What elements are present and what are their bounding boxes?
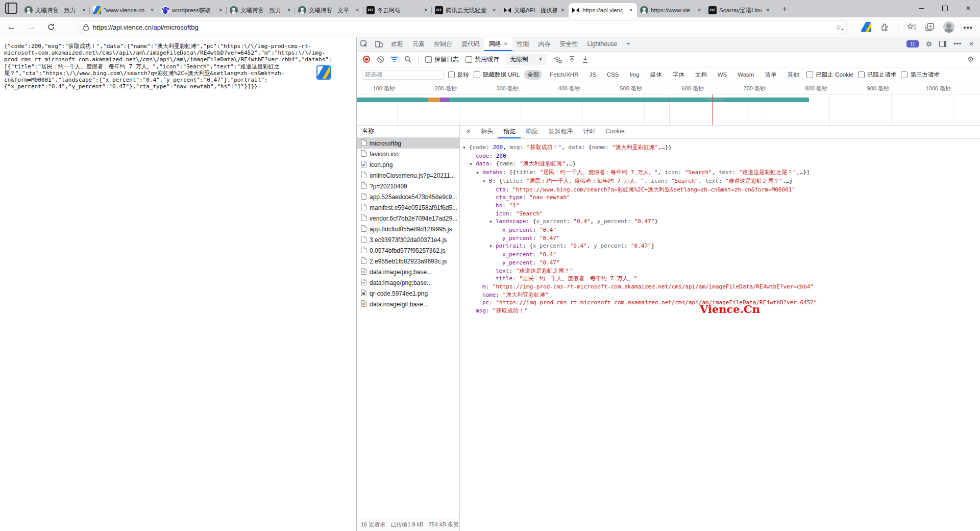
request-row[interactable]: data:image/png;base... — [357, 267, 459, 277]
tab-close-icon[interactable]: ✕ — [559, 7, 566, 14]
filter-chip[interactable]: 清单 — [762, 70, 779, 80]
network-filter-input[interactable] — [362, 70, 444, 80]
request-row[interactable]: data:image/gif;base... — [357, 299, 459, 309]
expand-arrow-icon[interactable]: ▼ — [483, 178, 489, 186]
tree-row[interactable]: x_percent: "0.4" — [460, 226, 980, 234]
browser-tab[interactable]: Soarray宝塔Linu✕ — [705, 3, 774, 17]
issues-count-badge[interactable]: 11 — [906, 40, 919, 47]
request-row[interactable]: manifest.e594e05158af91f6d5... — [357, 202, 459, 213]
detail-tab-计时[interactable]: 计时 — [578, 124, 600, 138]
detail-tab-预览[interactable]: 预览 — [498, 124, 521, 138]
filter-funnel-icon[interactable] — [391, 57, 398, 62]
extensions-puzzle-icon[interactable] — [880, 22, 889, 32]
browser-tab[interactable]: 文曦博客 - 文章✕ — [295, 3, 363, 17]
devtools-tab-元素[interactable]: 元素 — [408, 37, 429, 51]
devtools-tab-欢迎[interactable]: 欢迎 — [386, 37, 408, 51]
expand-arrow-icon[interactable]: ▼ — [489, 243, 496, 251]
tree-row[interactable]: icon: "Search" — [460, 210, 980, 218]
browser-tab[interactable]: "www.vience.cn✕ — [90, 3, 158, 17]
blocked-cookies-checkbox[interactable]: 已阻止 Cookie — [806, 71, 853, 79]
hide-data-url-checkbox[interactable]: 隐藏数据 URL — [474, 71, 520, 79]
tree-row[interactable]: ▼data: {name: "澳大利亚彩虹滩",…} — [460, 160, 980, 168]
browser-menu-icon[interactable]: ••• — [963, 23, 973, 32]
filter-chip[interactable]: CSS — [604, 70, 622, 79]
filter-chip[interactable]: WS — [715, 70, 730, 79]
tree-row[interactable]: ▼{code: 200, msg: "获取成功！", data: {name: … — [460, 143, 980, 152]
request-row[interactable]: data:image/png;base... — [357, 277, 459, 288]
detail-tab-Cookie[interactable]: Cookie — [600, 124, 629, 138]
throttling-select[interactable]: 无限制▼ — [506, 54, 547, 65]
request-row[interactable]: icon.png — [357, 159, 459, 170]
browser-tab[interactable]: 腾讯云无忧轻量✕ — [432, 3, 500, 17]
device-toolbar-icon[interactable] — [372, 40, 386, 47]
browser-tab[interactable]: 文曦博客 - 致力✕ — [227, 3, 295, 17]
maximize-button[interactable] — [933, 0, 957, 16]
tree-row[interactable]: hs: "1" — [460, 202, 980, 210]
tree-row[interactable]: text: "难道这是彩虹之尾？" — [460, 267, 980, 275]
network-conditions-icon[interactable] — [553, 56, 562, 63]
tab-close-icon[interactable]: ✕ — [149, 7, 155, 14]
url-text[interactable]: https://api.vience.cn/api/microsoftbg — [93, 23, 831, 31]
browser-tab[interactable]: 冬云网站✕ — [363, 3, 432, 17]
request-row[interactable]: ?p=20210409 — [357, 181, 459, 191]
back-icon[interactable]: ← — [7, 22, 16, 32]
network-settings-icon[interactable]: ⚙ — [967, 55, 980, 63]
tab-close-icon[interactable]: ✕ — [628, 7, 634, 14]
detail-tab-标头[interactable]: 标头 — [476, 124, 498, 138]
tree-row[interactable]: y_percent: "0.47" — [460, 259, 980, 267]
tree-row[interactable]: m: "https://img-prod-cms-rt-microsoft-co… — [460, 283, 980, 291]
tree-row[interactable]: cta: "https://www.bing.com/search?q=彩虹滩%… — [460, 186, 980, 194]
tab-close-icon[interactable]: ✕ — [696, 7, 702, 14]
devtools-tab-内存[interactable]: 内存 — [534, 37, 555, 51]
tree-row[interactable]: y_percent: "0.47" — [460, 234, 980, 243]
request-row[interactable]: app.525aedcce5473b458e9c9... — [357, 191, 459, 202]
tree-row[interactable]: ▼portrait: {x_percent: "0.4", y_percent:… — [460, 242, 980, 251]
tab-close-icon[interactable]: ✕ — [765, 7, 771, 14]
detail-tab-发起程序[interactable]: 发起程序 — [543, 124, 578, 138]
add-favorite-icon[interactable]: ☆+ — [835, 23, 842, 31]
new-tab-button[interactable]: + — [779, 4, 790, 14]
devtools-tab-性能[interactable]: 性能 — [512, 37, 534, 51]
tab-close-icon[interactable]: ✕ — [217, 7, 224, 14]
favorites-icon[interactable] — [907, 23, 917, 31]
request-row[interactable]: 3.ec93973f302da00371e4.js — [357, 234, 459, 245]
blocked-requests-checkbox[interactable]: 已阻止请求 — [858, 71, 897, 79]
filter-chip[interactable]: Fetch/XHR — [547, 70, 581, 79]
filter-chip[interactable]: 字体 — [670, 70, 688, 80]
vience-extension-overlay-icon[interactable] — [317, 66, 330, 79]
filter-chip[interactable]: 媒体 — [647, 70, 665, 80]
third-party-checkbox[interactable]: 第三方请求 — [901, 71, 940, 79]
invert-filter-checkbox[interactable]: 反转 — [448, 71, 469, 79]
filter-chip[interactable]: Wasm — [734, 70, 757, 79]
request-row[interactable]: microsoftbg — [357, 138, 459, 149]
close-detail-icon[interactable]: ✕ — [460, 128, 476, 135]
tree-row[interactable]: ▼landscape: {x_percent: "0.4", y_percent… — [460, 218, 980, 226]
disable-cache-checkbox[interactable]: 禁用缓存 — [465, 55, 499, 64]
tree-row[interactable]: name: "澳大利亚彩虹滩" — [460, 291, 980, 299]
devtools-tab-安全性[interactable]: 安全性 — [555, 37, 583, 51]
request-row[interactable]: 0.0574bfbd577f95257362.js — [357, 245, 459, 256]
clear-network-log-icon[interactable] — [377, 56, 384, 63]
devtools-tab-网络[interactable]: 网络✕ — [484, 37, 512, 51]
request-list-header[interactable]: 名称 — [357, 124, 459, 138]
minimize-button[interactable] — [910, 0, 933, 16]
tab-close-icon[interactable]: ✕ — [491, 7, 497, 14]
inspect-element-icon[interactable] — [357, 40, 372, 48]
dock-side-icon[interactable] — [939, 41, 946, 47]
expand-arrow-icon[interactable]: ▼ — [489, 218, 496, 226]
expand-arrow-icon[interactable]: ▼ — [476, 169, 482, 177]
refresh-icon[interactable] — [47, 23, 55, 31]
browser-tab[interactable]: 文曦API - 提供接✕ — [500, 3, 569, 17]
tree-row[interactable]: code: 200 — [460, 152, 980, 160]
request-row[interactable]: 2.e955eb1fb82923a9693c.js — [357, 256, 459, 267]
tree-row[interactable]: x_percent: "0.4" — [460, 251, 980, 259]
tab-close-icon[interactable]: ✕ — [354, 7, 360, 14]
filter-chip[interactable]: Img — [627, 70, 643, 79]
import-har-icon[interactable] — [569, 56, 575, 63]
tree-row[interactable]: ▼datahs: [{title: "居民：约一千人。度假者：每年约 7 万人。… — [460, 168, 980, 177]
preserve-log-checkbox[interactable]: 保留日志 — [425, 55, 459, 64]
devtools-settings-icon[interactable]: ⚙ — [926, 40, 933, 48]
tab-close-icon[interactable]: ✕ — [504, 37, 508, 51]
tab-close-icon[interactable]: ✕ — [423, 7, 429, 14]
collections-icon[interactable] — [925, 23, 935, 31]
